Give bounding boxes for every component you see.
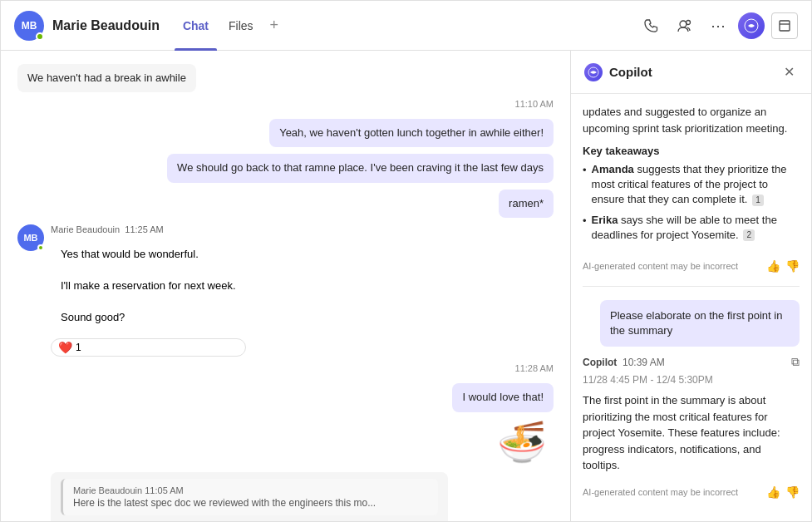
divider: [583, 286, 800, 287]
message-row: We haven't had a break in awhile: [17, 64, 554, 92]
copilot-header-icon: [744, 18, 759, 33]
message-bubble: Sound good?: [51, 303, 246, 332]
response-date-range: 11/28 4:45 PM - 12/4 5:30PM: [583, 372, 800, 387]
sender-avatar-status: [37, 244, 44, 251]
takeaway-item-2: • Erika says she will be able to meet th…: [583, 213, 800, 243]
message-row: Yeah, we haven't gotten lunch together i…: [17, 119, 554, 147]
ai-disclaimer: AI-generated content may be incorrect 👍 …: [583, 259, 800, 273]
message-row: We should go back to that ramne place. I…: [17, 154, 554, 182]
header-actions: ⋯: [638, 12, 798, 39]
quoted-message: Marie Beaudouin 11:05 AM Here is the lat…: [61, 479, 438, 515]
citation-badge: 2: [743, 229, 755, 241]
reaction-count: 1: [76, 342, 81, 353]
message-timestamp: 11:28 AM: [17, 363, 554, 373]
avatar-status: [36, 32, 44, 41]
video-call-button[interactable]: [672, 12, 698, 39]
ai-feedback-actions-2: 👍 👎: [766, 485, 800, 499]
thumbs-down-button-2[interactable]: 👎: [785, 485, 800, 499]
message-row: ramen*: [17, 190, 554, 218]
sender-avatar: MB: [17, 224, 44, 251]
add-tab-button[interactable]: +: [265, 17, 284, 34]
main-content: We haven't had a break in awhile 11:10 A…: [1, 51, 811, 521]
more-options-button[interactable]: ⋯: [705, 12, 731, 39]
video-icon: [677, 18, 692, 33]
copilot-intro-text: updates and suggested to organize an upc…: [583, 104, 800, 136]
group-messages: Marie Beaudouin 11:25 AM Yes that would …: [51, 224, 246, 357]
thumbs-down-button[interactable]: 👎: [785, 259, 800, 273]
chat-area: We haven't had a break in awhile 11:10 A…: [1, 51, 570, 521]
sender-info: Marie Beaudouin 11:25 AM: [51, 224, 246, 234]
user-prompt-bubble: Please elaborate on the first point in t…: [600, 300, 800, 347]
thumbs-up-button[interactable]: 👍: [766, 259, 780, 273]
message-row: I would love that!: [17, 383, 554, 411]
app-header: MB Marie Beaudouin Chat Files +: [1, 1, 811, 51]
copilot-body: updates and suggested to organize an upc…: [571, 94, 811, 521]
svg-rect-3: [780, 21, 790, 31]
message-bubble: ramen*: [499, 190, 554, 218]
copilot-icon: [584, 63, 603, 81]
message-bubble: We haven't had a break in awhile: [17, 64, 196, 92]
expand-button[interactable]: [771, 12, 798, 39]
message-bubble: I'll make a reservation for next week.: [51, 272, 246, 300]
reaction-emoji: ❤️: [58, 341, 72, 354]
incoming-message-group: Marie Beaudouin 11:05 AM Here is the lat…: [17, 472, 554, 522]
phone-icon: [644, 18, 659, 33]
quoted-text: Here is the latest spec doc we reviewed …: [73, 497, 428, 509]
svg-point-0: [680, 21, 687, 27]
chat-messages: We haven't had a break in awhile 11:10 A…: [1, 51, 570, 521]
avatar: MB: [14, 11, 44, 41]
takeaway-item-1: • Amanda suggests that they prioritize t…: [583, 162, 800, 208]
tab-chat[interactable]: Chat: [175, 1, 217, 51]
more-icon: ⋯: [711, 17, 726, 35]
header-tabs: Chat Files +: [175, 1, 283, 51]
message-bubble: Yeah, we haven't gotten lunch together i…: [269, 119, 554, 147]
expand-icon: [779, 20, 790, 32]
ai-feedback-actions: 👍 👎: [766, 259, 800, 273]
copy-response-button[interactable]: ⧉: [791, 355, 800, 369]
copilot-toggle-button[interactable]: [738, 12, 765, 39]
incoming-message-group: MB Marie Beaudouin 11:25 AM Yes that wou…: [17, 224, 554, 357]
key-takeaways-section: Key takeaways • Amanda suggests that the…: [583, 145, 800, 248]
header-left: MB Marie Beaudouin Chat Files +: [14, 1, 638, 51]
copilot-header: Copilot ✕: [571, 51, 811, 94]
copilot-response-header: Copilot 10:39 AM ⧉: [583, 355, 800, 369]
message-bubble: Yes that would be wonderful.: [51, 240, 246, 268]
key-takeaways-title: Key takeaways: [583, 145, 800, 157]
tab-files[interactable]: Files: [220, 1, 262, 51]
copilot-title: Copilot: [609, 65, 652, 79]
thumbs-up-button-2[interactable]: 👍: [766, 485, 780, 499]
message-timestamp: 11:10 AM: [17, 99, 554, 109]
copilot-title-row: Copilot: [584, 63, 780, 81]
copilot-response: Copilot 10:39 AM ⧉ 11/28 4:45 PM - 12/4 …: [583, 355, 800, 474]
message-reaction[interactable]: ❤️ 1: [51, 338, 246, 357]
contact-name: Marie Beaudouin: [52, 18, 160, 33]
message-bubble: We should go back to that ramne place. I…: [167, 154, 554, 182]
message-bubble-with-quote: Marie Beaudouin 11:05 AM Here is the lat…: [51, 472, 448, 522]
call-button[interactable]: [638, 12, 665, 39]
message-bubble: I would love that!: [452, 383, 554, 411]
ai-disclaimer-2: AI-generated content may be incorrect 👍 …: [583, 485, 800, 499]
copilot-panel: Copilot ✕ updates and suggested to organ…: [570, 51, 811, 521]
copilot-response-text: The first point in the summary is about …: [583, 392, 800, 474]
quoted-sender: Marie Beaudouin 11:05 AM: [73, 485, 428, 495]
svg-point-1: [687, 20, 691, 24]
close-copilot-button[interactable]: ✕: [780, 61, 798, 83]
citation-badge: 1: [752, 195, 764, 206]
emoji-message: 🍜: [17, 419, 554, 465]
